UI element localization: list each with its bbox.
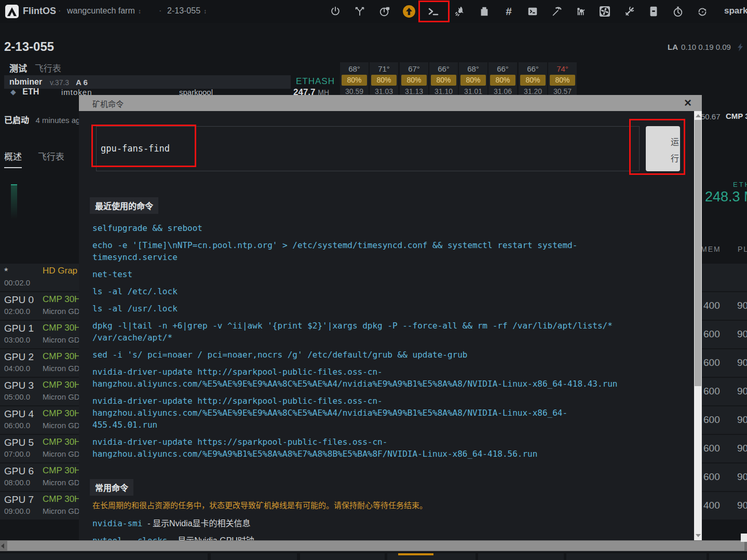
miner-commands-modal: 矿机命令 × gpu-fans-find 运行 最近使用的命令 selfupgr…	[79, 95, 702, 540]
help-command[interactable]: nvtool --clocks	[92, 536, 168, 540]
gpu-memory: Micron GD	[43, 507, 80, 515]
gpu-name: GPU 6	[4, 466, 34, 477]
miner-version: v.37.3	[50, 78, 69, 87]
gpu-temp: 66°	[429, 64, 458, 73]
gpu-temp: 68°	[340, 64, 369, 73]
mem-clock-value: 600	[703, 329, 720, 340]
coin-name: ETH	[22, 87, 39, 96]
gpu-model: CMP 30H	[43, 466, 80, 476]
algo-label: ETHASH	[296, 76, 335, 87]
fan-badge: 80%	[371, 75, 397, 86]
tab-overview[interactable]: 概述	[4, 149, 22, 168]
gpu-model: HD Grap	[43, 266, 77, 276]
power-limit-value: 90	[737, 471, 747, 483]
help-line: nvtool --clocks- 显示Nvidia GPU时钟	[92, 534, 254, 540]
command-item[interactable]: echo -e '[Time]\nNTP=cn.pool.ntp.org' > …	[92, 239, 622, 263]
timer-icon[interactable]	[671, 4, 685, 19]
fan-badge: 80%	[342, 75, 367, 86]
recent-commands-list: selfupgrade && sreboot echo -e '[Time]\n…	[92, 222, 622, 465]
fan-badge: 80%	[550, 75, 575, 86]
help-description: - 显示Nvidia GPU时钟	[173, 536, 254, 540]
gpu-bus-id: 05:00.0	[4, 392, 30, 401]
command-item[interactable]: nvidia-driver-update http://sparkpool-pu…	[92, 366, 622, 390]
started-label: 已启动	[4, 116, 29, 125]
pickaxe-icon[interactable]	[550, 4, 564, 19]
worker-selector[interactable]: 2-13-055↕	[167, 6, 207, 16]
gpu-bus-id: 04:00.0	[4, 364, 30, 373]
horizontal-scrollbar[interactable]	[0, 540, 747, 551]
right-hashrate: 248.3 M	[705, 189, 747, 205]
network-port-icon[interactable]	[477, 4, 492, 19]
sync-icon[interactable]	[695, 4, 710, 19]
command-item[interactable]: dpkg -l|tail -n +6|grep -v ^ii|awk '{pri…	[92, 320, 622, 344]
screen: FlintOS · wangcuntech farm↕ · 2-13-055↕ …	[0, 0, 747, 560]
fan-icon[interactable]	[597, 4, 612, 19]
command-input[interactable]: gpu-fans-find	[96, 126, 640, 171]
mem-clock-value: 400	[703, 500, 720, 511]
rig-gpu-model: CMP 3	[726, 112, 747, 120]
run-button[interactable]: 运行	[646, 126, 680, 171]
fork-icon[interactable]	[352, 4, 367, 19]
power-icon[interactable]	[328, 4, 343, 19]
command-item[interactable]: selfupgrade && sreboot	[92, 222, 622, 234]
command-item[interactable]: ls -al /etc/.lock	[92, 285, 622, 297]
modal-scrollbar[interactable]	[694, 111, 702, 540]
gpu-model: CMP 30H	[43, 380, 80, 390]
gpu-memory: Micron GD	[43, 392, 80, 401]
footer-cell	[478, 553, 564, 560]
card-minus-icon[interactable]	[646, 4, 661, 19]
modal-title: 矿机命令	[92, 98, 124, 109]
footer-cell	[566, 553, 707, 560]
power-limit-value: 90	[737, 357, 747, 368]
gpu-hashrate: 31.01	[459, 87, 487, 95]
gpu-bus-id: 03:00.0	[4, 335, 30, 344]
horizontal-scrollbar-thumb[interactable]	[7, 541, 744, 551]
started-ago: 4 minutes ago	[35, 116, 84, 125]
help-command[interactable]: nvidia-smi	[92, 518, 142, 528]
command-item[interactable]: nvidia-driver-update http://sparkpool-pu…	[92, 395, 622, 431]
price-value: 50.67	[701, 112, 721, 121]
scrollbar-thumb[interactable]	[695, 120, 701, 386]
close-icon[interactable]: ×	[684, 95, 691, 110]
mem-clock-value: 400	[703, 300, 720, 311]
watchdog-icon[interactable]	[574, 4, 588, 19]
scroll-up-icon[interactable]	[696, 114, 701, 117]
gpu-name: GPU 1	[4, 323, 34, 334]
right-coin-label: ETH	[733, 181, 747, 188]
power-limit-value: 90	[737, 500, 747, 511]
scrollbar-corner	[741, 534, 747, 542]
tools-icon[interactable]	[622, 4, 637, 19]
scroll-left-icon[interactable]	[1, 543, 4, 549]
terminal-icon[interactable]	[426, 4, 441, 19]
flight-sheet-row: 测试 飞行表	[9, 61, 61, 74]
flight-sheet-name[interactable]: 飞行表	[35, 64, 61, 74]
modal-header[interactable]: 矿机命令 ×	[79, 95, 702, 111]
rocket-icon[interactable]	[453, 4, 467, 19]
command-item[interactable]: sed -i 's/ pci=noaer / pci=noaer,nocrs /…	[92, 349, 622, 361]
gpu-memory: Micron GD	[43, 364, 80, 373]
gpu-bus-id: 09:00.0	[4, 507, 30, 515]
console-window-icon[interactable]	[525, 4, 540, 19]
coin-row: ◆ ETH	[10, 87, 39, 97]
hash-icon[interactable]: #	[501, 4, 516, 19]
page-title: 2-13-055	[4, 39, 54, 54]
gpu-hashrate: 31.03	[370, 87, 398, 95]
column-header-pl: PL	[738, 245, 747, 253]
command-item[interactable]: ls -al /usr/.lock	[92, 303, 622, 315]
flintos-logo-icon[interactable]	[5, 5, 19, 18]
eth-coin-icon: ◆	[10, 88, 16, 96]
fan-badge: 80%	[460, 75, 486, 86]
top-nav: FlintOS · wangcuntech farm↕ · 2-13-055↕ …	[0, 0, 747, 23]
gpu-hashrate: 30.59	[340, 87, 369, 95]
gpu-temp: 68°	[459, 64, 487, 73]
upgrade-icon[interactable]	[402, 4, 416, 19]
farm-selector[interactable]: wangcuntech farm↕	[67, 6, 141, 16]
uptime-icon[interactable]	[377, 4, 392, 19]
command-item[interactable]: net-test	[92, 268, 622, 280]
scroll-down-icon[interactable]	[696, 534, 701, 537]
gpu-hashrate: 31.10	[429, 87, 458, 95]
gpu-memory: Micron GD	[43, 478, 80, 487]
tab-flight-sheet[interactable]: 飞行表	[38, 149, 64, 162]
gpu-temp: 67°	[400, 64, 428, 73]
command-item[interactable]: nvidia-driver-update https://sparkpool-p…	[92, 436, 622, 460]
